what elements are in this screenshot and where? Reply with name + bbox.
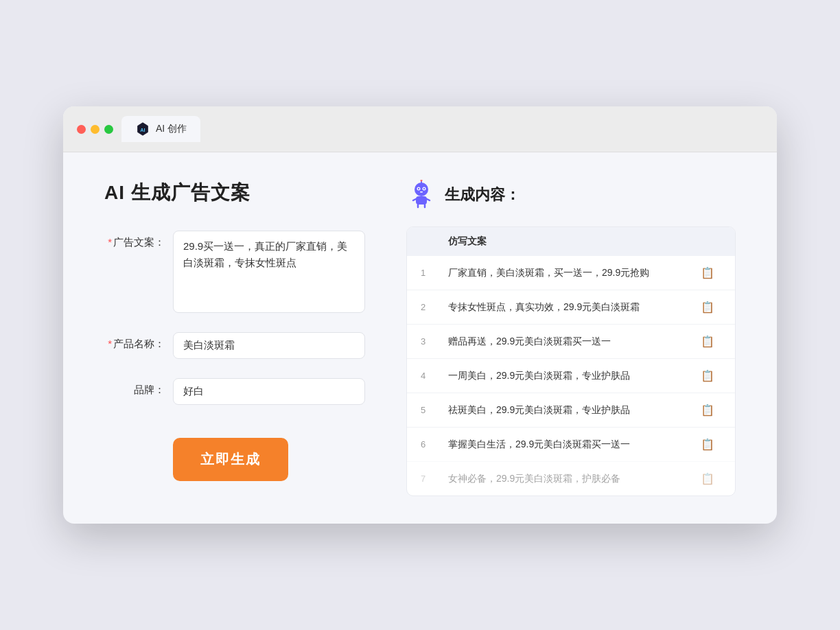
- row-number: 7: [421, 474, 448, 484]
- table-row: 4 一周美白，29.9元美白淡斑霜，专业护肤品 📋: [407, 358, 735, 393]
- close-button[interactable]: [77, 125, 86, 134]
- maximize-button[interactable]: [104, 125, 113, 134]
- tab-ai-creation[interactable]: AI AI 创作: [121, 116, 200, 142]
- row-text: 赠品再送，29.9元美白淡斑霜买一送一: [448, 334, 694, 349]
- table-header-action: [694, 235, 721, 248]
- row-number: 4: [421, 371, 448, 381]
- ad-copy-label: 广告文案：: [104, 231, 173, 249]
- ai-tab-icon: AI: [135, 121, 150, 137]
- ad-copy-input[interactable]: 29.9买一送一，真正的厂家直销，美白淡斑霜，专抹女性斑点: [173, 231, 365, 313]
- row-text: 一周美白，29.9元美白淡斑霜，专业护肤品: [448, 369, 694, 383]
- copy-button[interactable]: 📋: [694, 266, 721, 279]
- traffic-lights: [77, 125, 113, 134]
- tab-label: AI 创作: [156, 123, 187, 135]
- table-header-label: 仿写文案: [448, 235, 694, 248]
- product-name-group: 产品名称：: [104, 332, 365, 359]
- copy-button[interactable]: 📋: [694, 301, 721, 314]
- result-title: 生成内容：: [445, 185, 520, 205]
- table-row: 7 女神必备，29.9元美白淡斑霜，护肤必备 📋: [407, 461, 735, 495]
- svg-point-7: [423, 188, 425, 189]
- table-row: 2 专抹女性斑点，真实功效，29.9元美白淡斑霜 📋: [407, 290, 735, 324]
- svg-point-2: [415, 183, 428, 196]
- copy-button[interactable]: 📋: [694, 438, 721, 451]
- result-table: 仿写文案 1 厂家直销，美白淡斑霜，买一送一，29.9元抢购 📋 2 专抹女性斑…: [406, 226, 736, 496]
- left-panel: AI 生成广告文案 广告文案： 29.9买一送一，真正的厂家直销，美白淡斑霜，专…: [104, 180, 365, 496]
- copy-button[interactable]: 📋: [694, 369, 721, 382]
- svg-point-10: [421, 180, 423, 182]
- ad-copy-group: 广告文案： 29.9买一送一，真正的厂家直销，美白淡斑霜，专抹女性斑点: [104, 231, 365, 313]
- table-row: 6 掌握美白生活，29.9元美白淡斑霜买一送一 📋: [407, 427, 735, 461]
- minimize-button[interactable]: [91, 125, 100, 134]
- brand-label: 品牌：: [104, 378, 173, 397]
- main-content: AI 生成广告文案 广告文案： 29.9买一送一，真正的厂家直销，美白淡斑霜，专…: [63, 152, 777, 524]
- table-header: 仿写文案: [407, 227, 735, 256]
- result-rows: 1 厂家直销，美白淡斑霜，买一送一，29.9元抢购 📋 2 专抹女性斑点，真实功…: [407, 256, 735, 495]
- brand-input[interactable]: [173, 378, 365, 405]
- copy-button[interactable]: 📋: [694, 404, 721, 417]
- table-row: 3 赠品再送，29.9元美白淡斑霜买一送一 📋: [407, 324, 735, 358]
- svg-rect-3: [416, 196, 427, 205]
- right-panel: 生成内容： 仿写文案 1 厂家直销，美白淡斑霜，买一送一，29.9元抢购 📋 2…: [406, 180, 736, 496]
- table-row: 5 祛斑美白，29.9元美白淡斑霜，专业护肤品 📋: [407, 393, 735, 427]
- titlebar: AI AI 创作: [63, 106, 777, 152]
- copy-button[interactable]: 📋: [694, 472, 721, 485]
- copy-button[interactable]: 📋: [694, 335, 721, 348]
- table-header-num: [421, 235, 448, 248]
- svg-line-12: [427, 199, 430, 200]
- row-number: 1: [421, 268, 448, 278]
- row-number: 5: [421, 405, 448, 415]
- browser-window: AI AI 创作 AI 生成广告文案 广告文案： 29.9买一送一，真正的厂家直…: [63, 106, 777, 524]
- svg-point-6: [418, 188, 419, 189]
- robot-icon: [406, 180, 436, 210]
- row-number: 3: [421, 336, 448, 347]
- brand-group: 品牌：: [104, 378, 365, 405]
- generate-button[interactable]: 立即生成: [173, 438, 288, 481]
- row-number: 6: [421, 439, 448, 450]
- table-row: 1 厂家直销，美白淡斑霜，买一送一，29.9元抢购 📋: [407, 256, 735, 290]
- page-title: AI 生成广告文案: [104, 180, 365, 206]
- product-label: 产品名称：: [104, 332, 173, 351]
- result-header: 生成内容：: [406, 180, 736, 210]
- row-text: 掌握美白生活，29.9元美白淡斑霜买一送一: [448, 437, 694, 452]
- row-text: 祛斑美白，29.9元美白淡斑霜，专业护肤品: [448, 403, 694, 417]
- row-text: 厂家直销，美白淡斑霜，买一送一，29.9元抢购: [448, 266, 694, 280]
- product-input[interactable]: [173, 332, 365, 359]
- svg-line-11: [413, 199, 416, 200]
- row-number: 2: [421, 302, 448, 312]
- svg-rect-8: [420, 191, 423, 193]
- row-text: 专抹女性斑点，真实功效，29.9元美白淡斑霜: [448, 300, 694, 314]
- row-text: 女神必备，29.9元美白淡斑霜，护肤必备: [448, 471, 694, 486]
- svg-text:AI: AI: [140, 127, 145, 133]
